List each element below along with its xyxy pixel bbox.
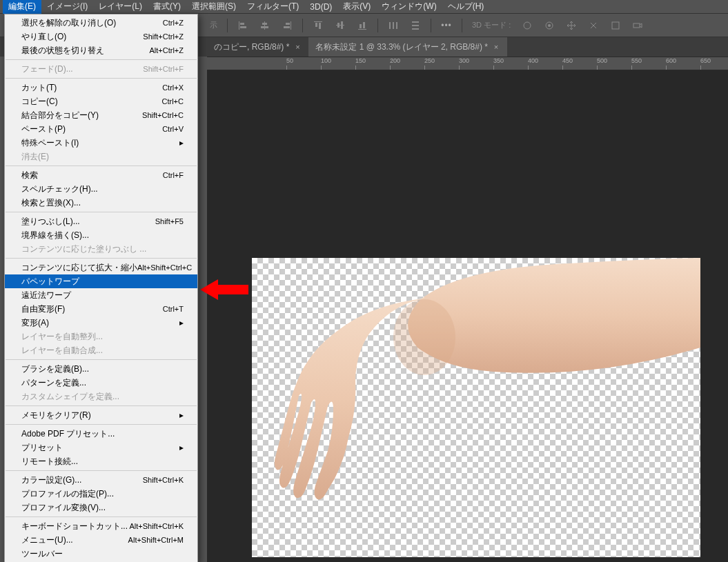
menu-item[interactable]: 自由変形(F)Ctrl+T bbox=[5, 302, 197, 316]
close-icon[interactable]: × bbox=[492, 43, 500, 51]
menu-item-label: 変形(A) bbox=[21, 317, 175, 329]
menu-item-label: ペースト(P) bbox=[21, 123, 162, 135]
separator bbox=[227, 19, 228, 32]
menu-item[interactable]: 境界線を描く(S)... bbox=[5, 228, 197, 242]
svg-rect-16 bbox=[360, 24, 362, 28]
menu-3d[interactable]: 3D(D) bbox=[304, 1, 337, 13]
ruler-tick: 150 bbox=[355, 57, 366, 64]
svg-rect-27 bbox=[612, 22, 619, 29]
separator bbox=[462, 19, 462, 32]
canvas[interactable] bbox=[252, 258, 700, 557]
menu-item[interactable]: プリセット▸ bbox=[5, 441, 197, 454]
menu-item[interactable]: スペルチェック(H)... bbox=[5, 182, 197, 196]
pan-icon[interactable] bbox=[563, 17, 580, 34]
svg-rect-23 bbox=[412, 28, 419, 30]
separator bbox=[377, 19, 378, 32]
menu-item[interactable]: プロファイルの指定(P)... bbox=[5, 487, 197, 501]
menu-item[interactable]: 最後の状態を切り替えAlt+Ctrl+Z bbox=[5, 43, 197, 57]
menu-item[interactable]: 特殊ペースト(I)▸ bbox=[5, 136, 197, 150]
more-icon[interactable]: ••• bbox=[438, 17, 455, 34]
menu-item[interactable]: 遠近法ワープ bbox=[5, 288, 197, 302]
rotate-icon[interactable] bbox=[541, 17, 558, 34]
menu-item[interactable]: リモート接続... bbox=[5, 454, 197, 468]
menu-item-shortcut: Ctrl+C bbox=[162, 97, 184, 106]
menu-item-label: パペットワープ bbox=[21, 276, 184, 288]
menu-item[interactable]: ブラシを定義(B)... bbox=[5, 362, 197, 376]
menu-item[interactable]: カット(T)Ctrl+X bbox=[5, 81, 197, 94]
menu-item[interactable]: カラー設定(G)...Shift+Ctrl+K bbox=[5, 473, 197, 487]
svg-rect-7 bbox=[286, 23, 290, 25]
svg-point-24 bbox=[524, 22, 531, 29]
align-center-h-icon[interactable] bbox=[257, 17, 273, 34]
menu-filter[interactable]: フィルター(T) bbox=[242, 0, 304, 14]
menu-item[interactable]: 選択を解除の取り消し(O)Ctrl+Z bbox=[5, 16, 197, 30]
menu-item[interactable]: パペットワープ bbox=[5, 274, 197, 288]
menu-item-label: 境界線を描く(S)... bbox=[21, 230, 184, 241]
menu-item-label: 結合部分をコピー(Y) bbox=[21, 110, 142, 121]
align-right-icon[interactable] bbox=[279, 17, 295, 34]
menu-item[interactable]: メニュー(U)...Alt+Shift+Ctrl+M bbox=[5, 533, 197, 547]
menu-item[interactable]: 結合部分をコピー(Y)Shift+Ctrl+C bbox=[5, 108, 197, 122]
align-middle-icon[interactable] bbox=[332, 17, 348, 34]
menu-view[interactable]: 表示(V) bbox=[337, 0, 376, 14]
menu-item-label: 特殊ペースト(I) bbox=[21, 137, 175, 149]
menu-item[interactable]: やり直し(O)Shift+Ctrl+Z bbox=[5, 30, 197, 43]
menu-item-shortcut: Ctrl+F bbox=[163, 171, 184, 179]
ruler-tick: 300 bbox=[459, 57, 469, 64]
menu-item-label: レイヤーを自動整列... bbox=[21, 331, 184, 343]
mode-3d-label: 3D モード : bbox=[469, 20, 513, 30]
menu-item-label: リモート接続... bbox=[21, 456, 184, 468]
menu-item[interactable]: コンテンツに応じて拡大・縮小Alt+Shift+Ctrl+C bbox=[5, 261, 197, 274]
menu-item-shortcut: Ctrl+Z bbox=[163, 19, 184, 27]
menu-type[interactable]: 書式(Y) bbox=[148, 0, 186, 14]
menu-item[interactable]: 変形(A)▸ bbox=[5, 316, 197, 330]
menu-window[interactable]: ウィンドウ(W) bbox=[376, 0, 442, 14]
svg-rect-11 bbox=[319, 23, 321, 29]
align-bottom-icon[interactable] bbox=[354, 17, 371, 34]
document-tab-1[interactable]: のコピー, RGB/8#) * × bbox=[207, 37, 308, 57]
distribute-v-icon[interactable] bbox=[407, 17, 424, 34]
menu-help[interactable]: ヘルプ(H) bbox=[442, 0, 490, 14]
menu-select[interactable]: 選択範囲(S) bbox=[186, 0, 242, 14]
close-icon[interactable]: × bbox=[293, 43, 302, 51]
svg-marker-30 bbox=[200, 279, 248, 300]
menu-item[interactable]: コピー(C)Ctrl+C bbox=[5, 94, 197, 108]
document-tab-2[interactable]: 名称未設定 1 @ 33.3% (レイヤー 2, RGB/8#) * × bbox=[308, 37, 507, 57]
menu-item[interactable]: キーボードショートカット...Alt+Shift+Ctrl+K bbox=[5, 519, 197, 533]
align-top-icon[interactable] bbox=[310, 17, 326, 34]
menu-item-label: カラー設定(G)... bbox=[21, 474, 143, 486]
menu-item-label: 塗りつぶし(L)... bbox=[21, 216, 155, 228]
menu-layer[interactable]: レイヤー(L) bbox=[93, 0, 148, 14]
svg-rect-6 bbox=[291, 21, 291, 30]
tab-label: のコピー, RGB/8#) * bbox=[214, 41, 289, 53]
menu-item-shortcut: Ctrl+T bbox=[163, 305, 184, 313]
menu-edit[interactable]: 編集(E) bbox=[3, 0, 41, 14]
orbit-icon[interactable] bbox=[519, 17, 535, 34]
menu-item[interactable]: 塗りつぶし(L)...Shift+F5 bbox=[5, 214, 197, 228]
distribute-h-icon[interactable] bbox=[385, 17, 402, 34]
menu-item[interactable]: 検索Ctrl+F bbox=[5, 168, 197, 182]
menu-item[interactable]: ツールバー bbox=[5, 547, 197, 561]
ruler-tick: 600 bbox=[666, 57, 676, 64]
svg-rect-10 bbox=[315, 23, 317, 27]
menu-item[interactable]: メモリをクリア(R)▸ bbox=[5, 408, 197, 422]
svg-rect-15 bbox=[358, 29, 366, 30]
menu-item: コンテンツに応じた塗りつぶし ... bbox=[5, 242, 197, 256]
align-left-icon[interactable] bbox=[235, 17, 251, 34]
ruler-tick: 550 bbox=[631, 57, 642, 64]
svg-rect-28 bbox=[633, 23, 640, 28]
menu-item-label: フェード(D)... bbox=[21, 63, 143, 75]
menu-item[interactable]: ペースト(P)Ctrl+V bbox=[5, 122, 197, 136]
camera-icon[interactable] bbox=[629, 17, 646, 34]
menu-item[interactable]: Adobe PDF プリセット... bbox=[5, 427, 197, 441]
menu-item-label: 最後の状態を切り替え bbox=[21, 45, 149, 57]
menu-item[interactable]: プロファイル変換(V)... bbox=[5, 501, 197, 514]
menu-item[interactable]: パターンを定義... bbox=[5, 376, 197, 390]
canvas-area[interactable] bbox=[207, 70, 728, 562]
scale-icon[interactable] bbox=[607, 17, 624, 34]
menu-item[interactable]: 検索と置換(X)... bbox=[5, 196, 197, 210]
menu-item-label: プロファイルの指定(P)... bbox=[21, 488, 184, 500]
menu-item-label: やり直し(O) bbox=[21, 31, 143, 43]
slide-icon[interactable] bbox=[585, 17, 602, 34]
menu-image[interactable]: イメージ(I) bbox=[41, 0, 93, 14]
